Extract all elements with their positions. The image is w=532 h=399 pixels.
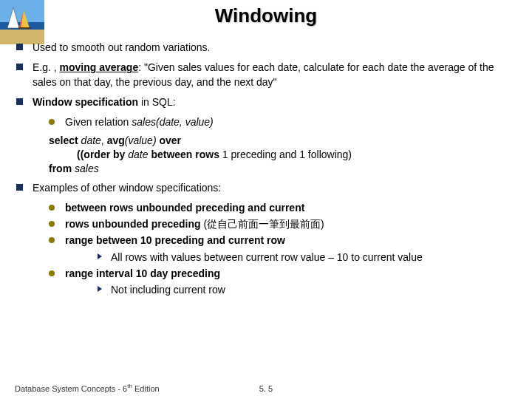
subbullet-range-between: range between 10 preceding and current r…	[49, 233, 517, 248]
text: Given relation	[65, 116, 132, 128]
text-underline: moving average	[60, 61, 139, 73]
subbullet-range-interval: range interval 10 day preceding	[49, 267, 517, 281]
bullet-window-spec: Window specification in SQL:	[16, 95, 517, 109]
kw: select	[49, 134, 78, 146]
text: sales	[72, 163, 99, 174]
bullet-used-to-smooth: Used to smooth out random variations.	[16, 41, 517, 55]
kw: from	[49, 163, 72, 174]
subsub-not-including: Not including current row	[98, 283, 517, 297]
kw: (order by	[81, 149, 126, 160]
text: ,	[101, 134, 107, 146]
text: in SQL:	[138, 96, 176, 108]
text: (從自己前面一筆到最前面)	[201, 218, 324, 230]
subbullet-unbounded-preceding: rows unbounded preceding (從自己前面一筆到最前面)	[49, 217, 517, 231]
slide-content: Used to smooth out random variations. E.…	[0, 41, 532, 298]
sql-line-3: from sales	[49, 162, 517, 176]
text: between rows unbounded preceding and cur…	[65, 202, 304, 214]
bullet-moving-average: E.g. , moving average: "Given sales valu…	[16, 61, 517, 89]
sql-line-1: select date, avg(value) over	[49, 134, 517, 148]
text: 1 preceding and 1 following)	[219, 149, 352, 160]
kw: avg	[107, 134, 125, 146]
subbullet-given-relation: Given relation sales(date, value)	[49, 115, 517, 129]
text: E.g. ,	[33, 61, 60, 73]
text: date	[125, 149, 151, 160]
text: range interval 10 day preceding	[65, 267, 220, 279]
text: rows unbounded preceding	[65, 218, 201, 230]
kw: over	[159, 134, 181, 146]
text: (value)	[125, 134, 160, 146]
text-italic: sales(date, value)	[132, 116, 214, 128]
footer-page-number: 5. 5	[0, 384, 532, 393]
text: date	[78, 134, 101, 146]
bullet-examples: Examples of other window specifications:	[16, 181, 517, 195]
subsub-all-rows: All rows with values between current row…	[98, 250, 517, 265]
text: range between 10 preceding and current r…	[65, 234, 285, 246]
text: Window specification	[33, 96, 138, 108]
kw: between rows	[151, 149, 219, 160]
slide-title: Windowing	[0, 0, 532, 41]
sql-line-2: ((order by date between rows 1 preceding…	[49, 148, 517, 162]
subbullet-unbounded-current: between rows unbounded preceding and cur…	[49, 201, 517, 215]
slide-decoration	[0, 0, 44, 44]
